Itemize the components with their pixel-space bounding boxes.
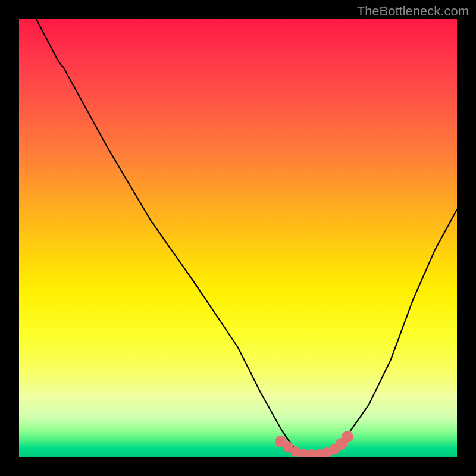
svg-point-9 [342,431,353,443]
curve-svg [19,19,457,457]
watermark-text: TheBottleneck.com [357,4,469,19]
chart-container: TheBottleneck.com [0,0,476,476]
bottleneck-curve-path [36,19,457,455]
plot-area [19,19,457,457]
optimal-range-marker [275,431,353,457]
